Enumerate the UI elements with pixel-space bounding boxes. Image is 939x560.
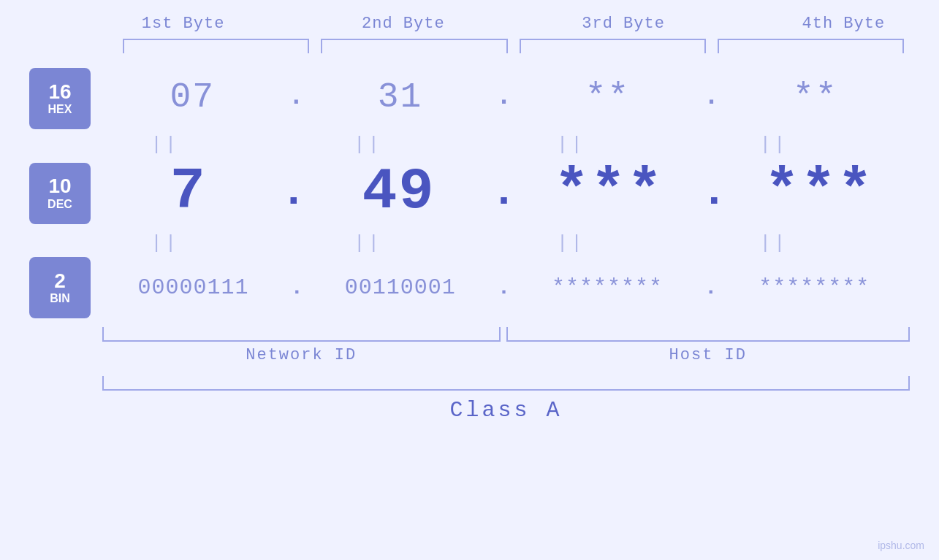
hex-row: 07 . 31 . ** . ** [98,77,910,117]
pipe-row-1: || || || || [64,134,875,156]
bin-byte-1: 00000111 [98,275,289,300]
pipe-8: || [672,232,875,254]
main-container: 1st Byte 2nd Byte 3rd Byte 4th Byte 16 H… [0,0,939,560]
bin-value-1: 00000111 [138,275,249,300]
pipe-5: || [64,232,267,254]
hex-badge: 16 HEX [29,68,91,129]
class-label: Class A [102,398,910,423]
dot-hex-2: . [495,84,514,110]
dot-hex-1: . [287,84,306,110]
dec-row-group: 10 DEC 7 . 49 . *** . *** [29,158,910,228]
dec-badge: 10 DEC [29,163,91,224]
host-id-label: Host ID [506,346,911,364]
hex-value-1: 07 [170,77,215,117]
dot-bin-2: . [495,277,512,299]
bin-row: 00000111 . 00110001 . ******** . *******… [98,275,910,300]
bracket-top-1 [123,39,309,53]
byte-header-4: 4th Byte [734,15,939,33]
bracket-top-row [117,39,910,53]
bracket-top-2 [321,39,507,53]
bin-badge-number: 2 [54,270,66,293]
dot-bin-3: . [703,277,719,299]
bin-value-4: ******** [759,275,870,300]
dec-badge-number: 10 [48,175,71,198]
bin-row-group: 2 BIN 00000111 . 00110001 . ******** . *… [29,257,910,318]
dec-byte-1: 7 [98,158,279,225]
hex-byte-3: ** [513,77,702,117]
dot-hex-3: . [702,84,721,110]
hex-byte-2: 31 [305,77,495,117]
bin-badge: 2 BIN [29,257,91,318]
dot-dec-1: . [279,170,308,214]
pipe-4: || [672,134,875,156]
hex-value-4: ** [793,77,838,117]
dec-value-4: *** [764,158,874,225]
pipe-row-2: || || || || [64,232,875,254]
network-bracket [102,327,501,342]
dec-value-1: 7 [170,158,207,225]
hex-value-2: 31 [378,77,423,117]
hex-value-3: ** [585,77,631,117]
hex-byte-1: 07 [98,77,287,117]
dot-dec-2: . [489,170,518,214]
pipe-3: || [470,134,673,156]
bin-value-3: ******** [552,275,663,300]
dec-byte-2: 49 [308,158,490,225]
hex-row-group: 16 HEX 07 . 31 . ** . ** [29,68,910,129]
dec-byte-3: *** [519,158,700,225]
dot-bin-1: . [289,277,305,299]
dec-value-2: 49 [362,158,436,225]
pipe-1: || [64,134,267,156]
dec-badge-label: DEC [47,198,72,211]
byte-header-2: 2nd Byte [293,15,513,33]
pipe-6: || [267,232,470,254]
network-id-label: Network ID [102,346,501,364]
bin-byte-4: ******** [719,275,910,300]
byte-headers: 1st Byte 2nd Byte 3rd Byte 4th Byte [73,15,939,33]
dec-value-3: *** [554,158,664,225]
hex-badge-label: HEX [48,103,72,116]
watermark: ipshu.com [878,540,924,551]
bin-byte-3: ******** [512,275,703,300]
host-bracket [506,327,911,342]
bin-byte-2: 00110001 [305,275,495,300]
bin-value-2: 00110001 [345,275,456,300]
bracket-top-3 [520,39,706,53]
bottom-section: Network ID Host ID Class A [102,327,910,423]
dec-byte-4: *** [729,158,910,225]
pipe-7: || [470,232,673,254]
bracket-top-4 [718,39,904,53]
byte-header-3: 3rd Byte [514,15,734,33]
dec-row: 7 . 49 . *** . *** [98,158,910,225]
byte-header-1: 1st Byte [73,15,293,33]
dot-dec-3: . [699,170,729,214]
bottom-brackets [102,327,910,342]
bin-badge-label: BIN [50,292,70,305]
pipe-2: || [267,134,470,156]
big-bracket-row [102,376,910,391]
hex-byte-4: ** [721,77,910,117]
id-labels: Network ID Host ID [102,346,910,364]
big-bracket [102,376,910,391]
hex-badge-number: 16 [48,81,71,104]
